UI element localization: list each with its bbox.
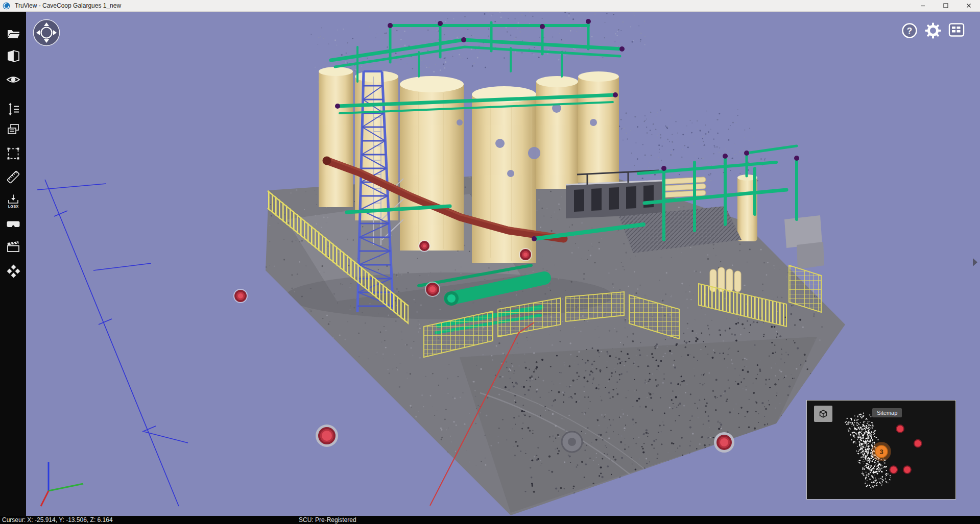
- selection-tool-button[interactable]: [4, 144, 22, 163]
- help-icon: ?: [901, 22, 918, 39]
- layers-icon: [6, 122, 21, 137]
- folder-open-icon: [6, 27, 21, 42]
- app-icon: [3, 2, 10, 10]
- snapshot-tool-button[interactable]: [4, 237, 22, 256]
- lgsx-export-button[interactable]: LGSX: [4, 191, 22, 210]
- scan-station-marker[interactable]: [520, 249, 531, 260]
- minimize-icon: [920, 3, 925, 8]
- scan-station-marker[interactable]: [318, 427, 336, 444]
- statusbar: Curseur: X: -25.914, Y: -13.506, Z: 6.16…: [0, 516, 980, 524]
- slides-button[interactable]: [4, 120, 22, 139]
- clapperboard-icon: [6, 239, 21, 255]
- sitemap-3d-toggle[interactable]: [814, 406, 832, 422]
- orbit-control[interactable]: [33, 19, 60, 46]
- panels-icon: [948, 21, 965, 39]
- lgsx-icon: LGSX: [6, 193, 21, 209]
- window-title: TruView - CaveCoop Galargues 1_new: [15, 2, 121, 9]
- close-button[interactable]: [957, 0, 980, 11]
- cursor-coordinates: Curseur: X: -25.914, Y: -13.506, Z: 6.16…: [2, 516, 113, 523]
- scan-station-marker[interactable]: [234, 290, 247, 302]
- panel-expand-arrow[interactable]: [973, 258, 977, 266]
- maximize-icon: [943, 3, 948, 8]
- window-controls: [911, 0, 980, 11]
- sitemap-scan-dot[interactable]: [914, 440, 922, 447]
- sitemap-scan-dot[interactable]: [903, 466, 911, 473]
- scan-station-marker[interactable]: [716, 435, 732, 450]
- markups-button[interactable]: [4, 262, 22, 281]
- open-project-button[interactable]: [4, 24, 22, 43]
- vr-goggles-icon: [6, 216, 21, 231]
- dashed-rect-icon: [6, 146, 21, 161]
- viewport-3d[interactable]: ?: [26, 12, 980, 516]
- vr-mode-button[interactable]: [4, 214, 22, 233]
- minimize-button[interactable]: [911, 0, 934, 11]
- scan-station-marker[interactable]: [419, 241, 429, 251]
- sitemap-current-station[interactable]: 3: [872, 442, 891, 461]
- maximize-button[interactable]: [934, 0, 957, 11]
- panorama-view-button[interactable]: [4, 46, 22, 65]
- scan-station-marker[interactable]: [426, 283, 439, 296]
- axis-list-icon: [6, 102, 21, 117]
- view-options-button[interactable]: [948, 21, 965, 39]
- tape-measure-icon: [6, 169, 21, 185]
- station-number: 3: [879, 448, 883, 456]
- sitemap-scan-dot[interactable]: [896, 425, 904, 433]
- titlebar: TruView - CaveCoop Galargues 1_new: [0, 0, 980, 12]
- orbit-icon: [33, 19, 60, 46]
- sitemap-panel: 3 Sitemap: [806, 400, 956, 500]
- diamond-cluster-icon: [6, 264, 21, 279]
- coordinates-tool-button[interactable]: [4, 99, 22, 118]
- gear-icon: [924, 22, 942, 39]
- measure-tool-button[interactable]: [4, 167, 22, 186]
- scu-status: SCU: Pre-Registered: [299, 516, 356, 523]
- settings-button[interactable]: [924, 22, 942, 39]
- sitemap-scan-dot[interactable]: [890, 466, 897, 473]
- left-toolbar: LGSX: [0, 12, 26, 516]
- panorama-icon: [6, 48, 21, 64]
- eye-icon: [6, 72, 21, 87]
- cube-icon: [818, 409, 828, 419]
- truview-window: TruView - CaveCoop Galargues 1_new: [0, 0, 980, 524]
- close-icon: [966, 3, 971, 8]
- visibility-button[interactable]: [4, 70, 22, 89]
- sitemap-label: Sitemap: [872, 408, 902, 417]
- svg-text:?: ?: [907, 26, 912, 36]
- help-button[interactable]: ?: [901, 22, 918, 39]
- lgsx-label: LGSX: [8, 204, 18, 209]
